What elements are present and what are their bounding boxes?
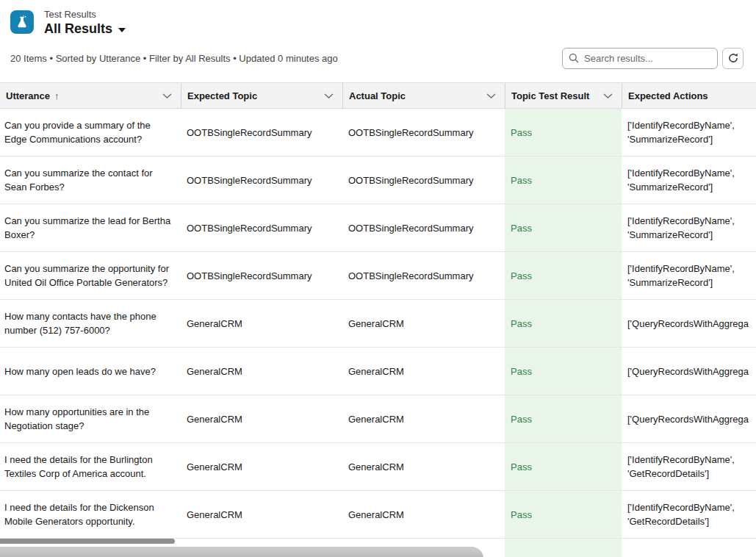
- cell-expected-topic: OOTBSingleRecordSummary: [181, 109, 342, 156]
- cell-expected-actions: ['IdentifyRecordByName', 'SummarizeRecor…: [622, 157, 756, 204]
- column-header-utterance[interactable]: Utterance↑: [0, 83, 181, 108]
- column-label: Expected Actions: [628, 90, 708, 101]
- cell-expected-actions: ['IdentifyRecordByName', 'GetRecordDetai…: [622, 491, 756, 538]
- cell-expected-actions: ['QueryRecordsWithAggrega: [622, 300, 756, 347]
- table-row: How many contacts have the phone number …: [0, 300, 756, 348]
- cell-expected-topic: OOTBSingleRecordSummary: [181, 252, 342, 299]
- cell-expected-actions: ['IdentifyRecordByName': [622, 539, 756, 557]
- column-header-expected-topic[interactable]: Expected Topic: [181, 83, 342, 108]
- table-row: How many open leads do we have?GeneralCR…: [0, 348, 756, 395]
- cell-expected-topic: OOTBSingleRecordSummary: [181, 204, 342, 251]
- page-header: Test Results All Results: [0, 0, 756, 38]
- cell-utterance: Can you summarize the lead for Bertha Bo…: [0, 204, 181, 251]
- cell-topic-test-result: Pass: [505, 204, 622, 251]
- cell-expected-topic: OOTBSingleRecordSummary: [181, 157, 342, 204]
- cell-expected-topic: GeneralCRM: [181, 491, 342, 538]
- cell-topic-test-result: Pass: [505, 491, 622, 538]
- cell-expected-actions: ['QueryRecordsWithAggrega: [622, 395, 756, 442]
- cell-expected-topic: GeneralCRM: [181, 395, 342, 442]
- cell-actual-topic: OOTBSingleRecordSummary: [342, 157, 505, 204]
- cell-topic-test-result: [505, 539, 622, 557]
- toolbar: 20 Items • Sorted by Utterance • Filter …: [0, 38, 756, 82]
- column-menu-chevron-icon[interactable]: [162, 93, 172, 98]
- test-results-page: Test Results All Results 20 Items • Sort…: [0, 0, 756, 557]
- column-header-actual-topic[interactable]: Actual Topic: [342, 83, 505, 108]
- cell-utterance: I need the details for the Burlington Te…: [0, 443, 181, 490]
- search-input[interactable]: [584, 53, 711, 64]
- cell-topic-test-result: Pass: [505, 252, 622, 299]
- column-label: Utterance: [6, 90, 50, 101]
- cell-expected-actions: ['IdentifyRecordByName', 'SummarizeRecor…: [622, 109, 756, 156]
- refresh-icon: [727, 52, 739, 64]
- table-row: Can you provide a summary of the Edge Co…: [0, 109, 756, 157]
- chevron-down-icon: [118, 28, 126, 32]
- object-label: Test Results: [44, 9, 126, 21]
- cell-actual-topic: OOTBSingleRecordSummary: [342, 204, 505, 251]
- cell-topic-test-result: Pass: [505, 109, 622, 156]
- cell-expected-topic: GeneralCRM: [181, 443, 342, 490]
- table-header: Utterance↑Expected TopicActual TopicTopi…: [0, 82, 756, 109]
- table-row: Can you summarize the lead for Bertha Bo…: [0, 204, 756, 252]
- cell-actual-topic: GeneralCRM: [342, 348, 505, 395]
- column-label: Actual Topic: [349, 90, 406, 101]
- cell-actual-topic: GeneralCRM: [342, 491, 505, 538]
- cell-utterance: How many opportunities are in the Negoti…: [0, 395, 181, 442]
- cell-topic-test-result: Pass: [505, 157, 622, 204]
- table-body: Can you provide a summary of the Edge Co…: [0, 109, 756, 557]
- horizontal-scrollbar-track[interactable]: [0, 547, 483, 557]
- cell-utterance: How many contacts have the phone number …: [0, 300, 181, 347]
- toolbar-actions: [562, 48, 744, 69]
- cell-utterance: How many open leads do we have?: [0, 348, 181, 395]
- list-view-picker[interactable]: All Results: [44, 21, 126, 37]
- column-menu-chevron-icon[interactable]: [486, 93, 496, 98]
- page-title: All Results: [44, 21, 112, 37]
- column-menu-chevron-icon[interactable]: [603, 93, 613, 98]
- flask-icon: [10, 10, 34, 34]
- cell-expected-actions: ['IdentifyRecordByName', 'GetRecordDetai…: [622, 443, 756, 490]
- cell-utterance: Can you provide a summary of the Edge Co…: [0, 109, 181, 156]
- search-icon: [569, 53, 579, 63]
- cell-expected-actions: ['QueryRecordsWithAggrega: [622, 348, 756, 395]
- search-box: [562, 48, 718, 69]
- list-status-text: 20 Items • Sorted by Utterance • Filter …: [10, 53, 338, 64]
- cell-actual-topic: OOTBSingleRecordSummary: [342, 252, 505, 299]
- table-row: I need the details for the Burlington Te…: [0, 443, 756, 491]
- cell-expected-topic: GeneralCRM: [181, 300, 342, 347]
- cell-expected-actions: ['IdentifyRecordByName', 'SummarizeRecor…: [622, 252, 756, 299]
- cell-topic-test-result: Pass: [505, 443, 622, 490]
- cell-topic-test-result: Pass: [505, 300, 622, 347]
- cell-utterance: Can you summarize the opportunity for Un…: [0, 252, 181, 299]
- refresh-button[interactable]: [722, 48, 744, 69]
- cell-utterance: Can you summarize the contact for Sean F…: [0, 157, 181, 204]
- cell-topic-test-result: Pass: [505, 348, 622, 395]
- cell-actual-topic: GeneralCRM: [342, 300, 505, 347]
- cell-expected-actions: ['IdentifyRecordByName', 'SummarizeRecor…: [622, 204, 756, 251]
- cell-actual-topic: GeneralCRM: [342, 443, 505, 490]
- cell-utterance: I need the details for the Dickenson Mob…: [0, 491, 181, 538]
- column-label: Topic Test Result: [511, 90, 589, 101]
- table-row: Can you summarize the contact for Sean F…: [0, 157, 756, 204]
- horizontal-scrollbar-thumb[interactable]: [0, 539, 175, 544]
- table-row: I need the details for the Dickenson Mob…: [0, 491, 756, 539]
- column-menu-chevron-icon[interactable]: [324, 93, 334, 98]
- column-header-topic-test-result[interactable]: Topic Test Result: [505, 83, 622, 108]
- cell-actual-topic: OOTBSingleRecordSummary: [342, 109, 505, 156]
- table-row: How many opportunities are in the Negoti…: [0, 395, 756, 443]
- cell-expected-topic: GeneralCRM: [181, 348, 342, 395]
- sort-ascending-icon: ↑: [54, 90, 60, 101]
- column-label: Expected Topic: [187, 90, 257, 101]
- title-block: Test Results All Results: [44, 9, 126, 37]
- table-row: Can you summarize the opportunity for Un…: [0, 252, 756, 300]
- cell-actual-topic: GeneralCRM: [342, 395, 505, 442]
- cell-topic-test-result: Pass: [505, 395, 622, 442]
- column-header-expected-actions[interactable]: Expected Actions: [622, 83, 756, 108]
